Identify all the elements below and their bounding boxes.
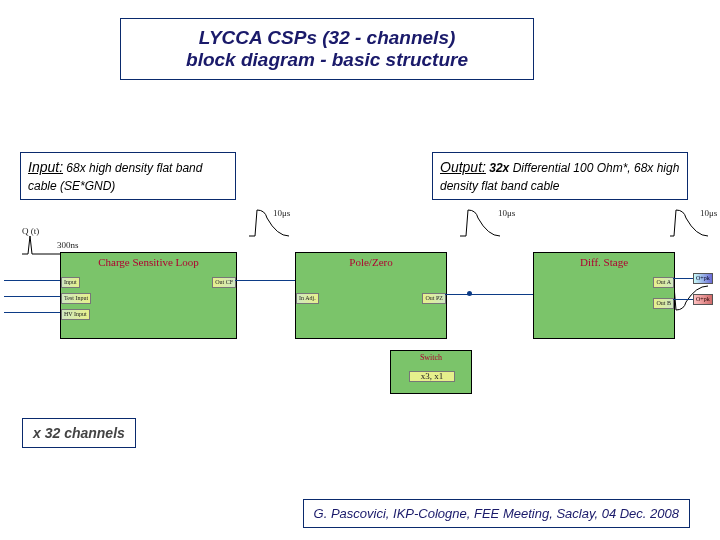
input-label: Input: — [28, 159, 63, 175]
output-tag-a: O+pk — [693, 273, 713, 284]
block-pz: Pole/Zero In Adj. Out PZ — [295, 252, 447, 339]
wire-csl-pz — [235, 280, 295, 281]
switch-title: Switch — [391, 353, 471, 362]
output-label: Output: — [440, 159, 486, 175]
wire-pz-diff — [445, 294, 533, 295]
wire-hv — [4, 312, 60, 313]
time-10us-2: 10μs — [498, 208, 515, 218]
wire-test — [4, 296, 60, 297]
header-box: LYCCA CSPs (32 - channels) block diagram… — [120, 18, 534, 80]
csl-port-input: Input — [61, 277, 80, 288]
diff-title: Diff. Stage — [534, 256, 674, 268]
diff-port-outa: Out A — [653, 277, 674, 288]
time-10us-1: 10μs — [273, 208, 290, 218]
pz-out-pulse-icon — [458, 206, 502, 242]
switch-label: x3, x1 — [409, 371, 455, 382]
time-300ns: 300ns — [57, 240, 79, 250]
wire-input — [4, 280, 60, 281]
pz-title: Pole/Zero — [296, 256, 446, 268]
block-csl: Charge Sensitive Loop Input Test Input H… — [60, 252, 237, 339]
footer-box: G. Pascovici, IKP-Cologne, FEE Meeting, … — [303, 499, 690, 528]
pz-port-in: In Adj. — [296, 293, 319, 304]
csl-port-hv: HV Input — [61, 309, 90, 320]
header-line1: LYCCA CSPs (32 - channels) — [137, 27, 517, 49]
wire-node — [467, 291, 472, 296]
time-10us-3: 10μs — [700, 208, 717, 218]
output-box: Output: 32x Differential 100 Ohm*, 68x h… — [432, 152, 688, 200]
csl-port-test: Test Input — [61, 293, 91, 304]
output-bold: 32x — [486, 161, 513, 175]
csl-title: Charge Sensitive Loop — [61, 256, 236, 268]
pz-port-out: Out PZ — [422, 293, 446, 304]
diagram-area: Q (t) 300ns 10μs 10μs 10μs Charge Sensit… — [0, 200, 720, 430]
x32-box: x 32 channels — [22, 418, 136, 448]
diff-port-outb: Out B — [653, 298, 674, 309]
output-tag-b: O+pk — [693, 294, 713, 305]
csl-port-out: Out CF — [212, 277, 236, 288]
block-diff: Diff. Stage Out A Out B — [533, 252, 675, 339]
block-switch: Switch x3, x1 — [390, 350, 472, 394]
header-line2: block diagram - basic structure — [137, 49, 517, 71]
input-box: Input: 68x high density flat band cable … — [20, 152, 236, 200]
